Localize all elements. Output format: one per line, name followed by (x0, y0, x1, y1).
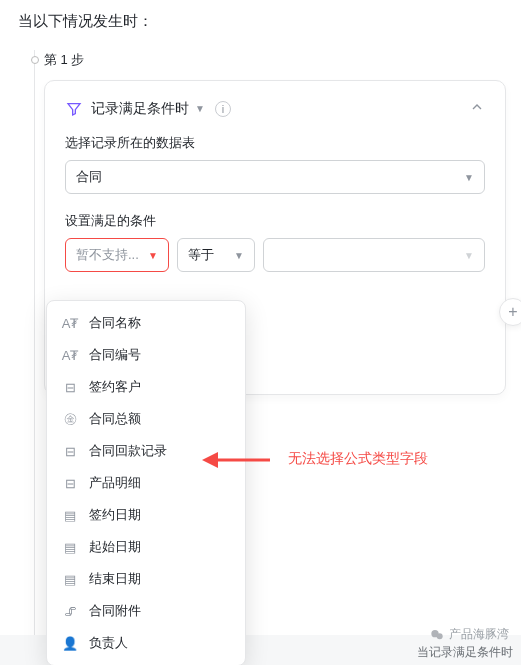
info-icon[interactable]: i (215, 101, 231, 117)
dropdown-item[interactable]: ▤结束日期 (47, 563, 245, 595)
collapse-chevron-icon[interactable] (469, 99, 485, 118)
card-title: 记录满足条件时 (91, 100, 189, 118)
dropdown-item-label: 负责人 (89, 634, 128, 652)
condition-field-select[interactable]: 暂不支持... ▼ (65, 238, 169, 272)
card-header: 记录满足条件时 ▼ i (65, 99, 485, 118)
dropdown-item[interactable]: A₮合同名称 (47, 307, 245, 339)
step-bullet (31, 56, 39, 64)
condition-value-select[interactable]: ▼ (263, 238, 485, 272)
caret-down-icon: ▼ (464, 172, 474, 183)
footer-caption: 当记录满足条件时 (417, 644, 513, 661)
condition-label: 设置满足的条件 (65, 212, 485, 230)
person-icon: 👤 (61, 634, 79, 652)
dropdown-item-label: 合同编号 (89, 346, 141, 364)
dropdown-item[interactable]: ㊎合同总额 (47, 403, 245, 435)
dropdown-item-label: 签约客户 (89, 378, 141, 396)
link-icon: ⊟ (61, 378, 79, 396)
date-icon: ▤ (61, 570, 79, 588)
field-dropdown-menu: A₮合同名称A₮合同编号⊟签约客户㊎合同总额⊟合同回款记录⊟产品明细▤签约日期▤… (46, 300, 246, 665)
svg-point-3 (437, 633, 443, 639)
funnel-icon (65, 100, 83, 118)
tree-line (34, 50, 35, 650)
date-icon: ▤ (61, 538, 79, 556)
table-select-value: 合同 (76, 168, 102, 186)
attach-icon: 🖇 (61, 602, 79, 620)
dropdown-item[interactable]: ▤起始日期 (47, 531, 245, 563)
dropdown-item[interactable]: ⊟合同回款记录 (47, 435, 245, 467)
op-value: 等于 (188, 246, 214, 264)
step-label: 第 1 步 (44, 51, 84, 69)
condition-operator-select[interactable]: 等于 ▼ (177, 238, 255, 272)
dropdown-item-label: 合同名称 (89, 314, 141, 332)
add-step-button[interactable]: + (499, 298, 521, 326)
dropdown-item-label: 结束日期 (89, 570, 141, 588)
caret-down-icon: ▼ (148, 250, 158, 261)
caret-down-icon: ▼ (234, 250, 244, 261)
date-icon: ▤ (61, 506, 79, 524)
dropdown-item[interactable]: ▤签约日期 (47, 499, 245, 531)
dropdown-item[interactable]: A₮合同编号 (47, 339, 245, 371)
money-icon: ㊎ (61, 410, 79, 428)
footer-brand-text: 产品海豚湾 (449, 626, 509, 643)
text-icon: A₮ (61, 314, 79, 332)
condition-row: 暂不支持... ▼ 等于 ▼ ▼ (65, 238, 485, 272)
footer-brand: 产品海豚湾 (429, 626, 509, 643)
link-icon: ⊟ (61, 442, 79, 460)
dropdown-item-label: 产品明细 (89, 474, 141, 492)
text-icon: A₮ (61, 346, 79, 364)
dropdown-item[interactable]: 🖇合同附件 (47, 595, 245, 627)
caret-down-icon: ▼ (464, 250, 474, 261)
page-title: 当以下情况发生时： (0, 0, 521, 41)
dropdown-item-label: 起始日期 (89, 538, 141, 556)
dropdown-item-label: 合同附件 (89, 602, 141, 620)
field-placeholder: 暂不支持... (76, 246, 139, 264)
dropdown-item[interactable]: ⊟签约客户 (47, 371, 245, 403)
link-icon: ⊟ (61, 474, 79, 492)
dropdown-item-label: 合同总额 (89, 410, 141, 428)
dropdown-item-label: 签约日期 (89, 506, 141, 524)
dropdown-item-label: 合同回款记录 (89, 442, 167, 460)
callout-text: 无法选择公式类型字段 (288, 450, 428, 468)
dropdown-item[interactable]: 👤负责人 (47, 627, 245, 659)
table-select[interactable]: 合同 ▼ (65, 160, 485, 194)
wechat-icon (429, 627, 445, 643)
table-select-label: 选择记录所在的数据表 (65, 134, 485, 152)
card-title-caret-icon[interactable]: ▼ (195, 103, 205, 114)
dropdown-item[interactable]: ⊟产品明细 (47, 467, 245, 499)
